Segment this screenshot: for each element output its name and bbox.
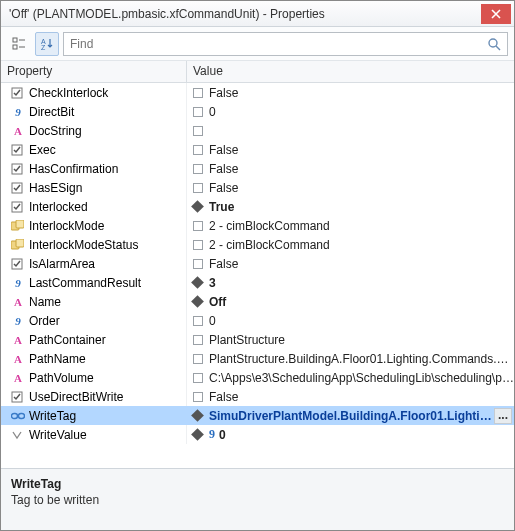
property-name: CheckInterlock	[29, 86, 108, 100]
property-name-cell[interactable]: IsAlarmArea	[1, 254, 187, 273]
bool-icon	[11, 258, 25, 270]
property-value: False	[209, 181, 514, 195]
header-property[interactable]: Property	[1, 61, 187, 82]
property-value-cell[interactable]: 3	[187, 273, 514, 292]
header-value[interactable]: Value	[187, 61, 514, 82]
property-value-cell[interactable]: PlantStructure	[187, 330, 514, 349]
property-value-cell[interactable]: False	[187, 159, 514, 178]
property-name-cell[interactable]: APathName	[1, 349, 187, 368]
search-input[interactable]	[70, 37, 487, 51]
property-value: 2 - cimBlockCommand	[209, 219, 514, 233]
property-row[interactable]: HasESignFalse	[1, 178, 514, 197]
property-value-cell[interactable]: 90	[187, 425, 514, 444]
svg-rect-19	[12, 413, 18, 418]
titlebar: 'Off' (PLANTMODEL.pmbasic.xfCommandUnit)…	[1, 1, 514, 27]
default-marker-icon	[193, 259, 203, 269]
property-value: True	[209, 200, 514, 214]
property-name-cell[interactable]: WriteValue	[1, 425, 187, 444]
property-name-cell[interactable]: HasConfirmation	[1, 159, 187, 178]
close-button[interactable]	[481, 4, 511, 24]
property-name-cell[interactable]: APathVolume	[1, 368, 187, 387]
default-marker-icon	[193, 126, 203, 136]
link-icon	[11, 411, 25, 421]
property-row[interactable]: ExecFalse	[1, 140, 514, 159]
property-row[interactable]: WriteValue90	[1, 425, 514, 444]
property-value-cell[interactable]: Off	[187, 292, 514, 311]
property-value-cell[interactable]: 2 - cimBlockCommand	[187, 216, 514, 235]
property-name: PathName	[29, 352, 86, 366]
property-value-cell[interactable]: False	[187, 178, 514, 197]
string-icon: A	[11, 334, 25, 346]
browse-button[interactable]: ...	[494, 408, 512, 424]
property-name-cell[interactable]: AName	[1, 292, 187, 311]
property-value-cell[interactable]: PlantStructure.BuildingA.Floor01.Lightin…	[187, 349, 514, 368]
property-value-cell[interactable]: False	[187, 140, 514, 159]
property-value-cell[interactable]	[187, 121, 514, 140]
property-value-cell[interactable]: C:\Apps\e3\SchedulingApp\SchedulingLib\s…	[187, 368, 514, 387]
property-row[interactable]: 9Order0	[1, 311, 514, 330]
property-row[interactable]: APathContainerPlantStructure	[1, 330, 514, 349]
property-value-cell[interactable]: False	[187, 83, 514, 102]
property-row[interactable]: HasConfirmationFalse	[1, 159, 514, 178]
svg-rect-0	[13, 38, 17, 42]
property-value-cell[interactable]: False	[187, 254, 514, 273]
modified-marker-icon	[191, 428, 204, 441]
categorized-button[interactable]	[7, 32, 31, 56]
property-row[interactable]: IsAlarmAreaFalse	[1, 254, 514, 273]
property-name: WriteValue	[29, 428, 87, 442]
property-row[interactable]: UseDirectBitWriteFalse	[1, 387, 514, 406]
property-row[interactable]: 9LastCommandResult3	[1, 273, 514, 292]
property-row[interactable]: APathNamePlantStructure.BuildingA.Floor0…	[1, 349, 514, 368]
property-name-cell[interactable]: ADocString	[1, 121, 187, 140]
property-name-cell[interactable]: InterlockModeStatus	[1, 235, 187, 254]
property-row[interactable]: CheckInterlockFalse	[1, 83, 514, 102]
property-name-cell[interactable]: UseDirectBitWrite	[1, 387, 187, 406]
property-row[interactable]: InterlockedTrue	[1, 197, 514, 216]
property-name-cell[interactable]: InterlockMode	[1, 216, 187, 235]
enum-icon	[11, 239, 25, 251]
property-value: 0	[209, 105, 514, 119]
string-icon: A	[11, 125, 25, 137]
toolbar: A Z	[1, 27, 514, 61]
bool-icon	[11, 201, 25, 213]
search-icon	[487, 37, 501, 51]
bool-icon	[11, 163, 25, 175]
property-name-cell[interactable]: Exec	[1, 140, 187, 159]
property-row[interactable]: ANameOff	[1, 292, 514, 311]
categorized-icon	[12, 37, 26, 51]
default-marker-icon	[193, 354, 203, 364]
property-value-cell[interactable]: 0	[187, 311, 514, 330]
property-name-cell[interactable]: APathContainer	[1, 330, 187, 349]
default-marker-icon	[193, 316, 203, 326]
property-row[interactable]: InterlockMode2 - cimBlockCommand	[1, 216, 514, 235]
property-value: False	[209, 390, 514, 404]
number-icon: 9	[11, 106, 25, 118]
property-name: InterlockMode	[29, 219, 104, 233]
modified-marker-icon	[191, 276, 204, 289]
property-name-cell[interactable]: 9DirectBit	[1, 102, 187, 121]
property-value-cell[interactable]: False	[187, 387, 514, 406]
enum-icon	[11, 220, 25, 232]
property-value-cell[interactable]: SimuDriverPlantModel.BuildingA.Floor01.L…	[187, 406, 514, 425]
property-value-cell[interactable]: 2 - cimBlockCommand	[187, 235, 514, 254]
property-name-cell[interactable]: WriteTag	[1, 406, 187, 425]
sort-alpha-icon: A Z	[40, 37, 54, 51]
property-name: IsAlarmArea	[29, 257, 95, 271]
property-row[interactable]: InterlockModeStatus2 - cimBlockCommand	[1, 235, 514, 254]
number-icon: 9	[209, 427, 215, 442]
search-box[interactable]	[63, 32, 508, 56]
property-row[interactable]: WriteTagSimuDriverPlantModel.BuildingA.F…	[1, 406, 514, 425]
property-name-cell[interactable]: 9LastCommandResult	[1, 273, 187, 292]
property-value-cell[interactable]: 0	[187, 102, 514, 121]
property-row[interactable]: APathVolumeC:\Apps\e3\SchedulingApp\Sche…	[1, 368, 514, 387]
property-name-cell[interactable]: Interlocked	[1, 197, 187, 216]
alphabetical-button[interactable]: A Z	[35, 32, 59, 56]
property-row[interactable]: ADocString	[1, 121, 514, 140]
property-row[interactable]: 9DirectBit0	[1, 102, 514, 121]
default-marker-icon	[193, 164, 203, 174]
property-name-cell[interactable]: 9Order	[1, 311, 187, 330]
property-name-cell[interactable]: HasESign	[1, 178, 187, 197]
property-name-cell[interactable]: CheckInterlock	[1, 83, 187, 102]
bool-icon	[11, 182, 25, 194]
property-value-cell[interactable]: True	[187, 197, 514, 216]
